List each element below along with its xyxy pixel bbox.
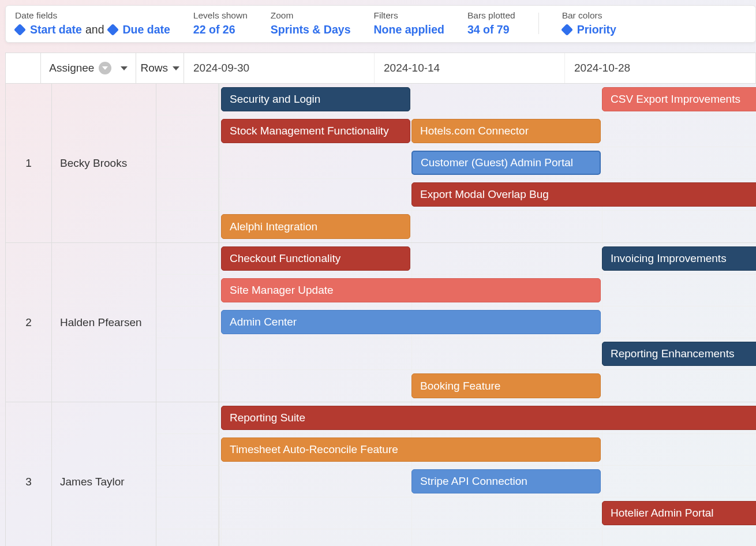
- assignee-cell: Halden Pfearsen: [52, 243, 156, 402]
- task-bar[interactable]: Stripe API Connection: [411, 469, 601, 493]
- task-bar[interactable]: Alelphi Integration: [221, 214, 410, 239]
- filters-control[interactable]: Filters None applied: [374, 10, 444, 36]
- lane: Alelphi Integration: [219, 211, 756, 242]
- assignee-group: 1Becky BrooksSecurity and LoginCSV Expor…: [6, 84, 756, 243]
- zoom-control[interactable]: Zoom Sprints & Days: [271, 10, 351, 36]
- rows-header[interactable]: Rows: [136, 53, 184, 83]
- bars-control[interactable]: Bars plotted 34 of 79: [467, 10, 515, 36]
- diamond-icon: [14, 24, 26, 36]
- date-fields-label: Date fields: [15, 10, 170, 21]
- lane: Reporting Suite: [219, 402, 756, 434]
- and-text: and: [85, 23, 104, 36]
- bar-colors-label: Bar colors: [562, 10, 616, 21]
- zoom-value[interactable]: Sprints & Days: [271, 23, 351, 36]
- rows-header-label: Rows: [140, 62, 168, 74]
- task-bar[interactable]: Timesheet Auto-Reconcile Feature: [221, 437, 601, 462]
- group-number: 3: [6, 402, 52, 546]
- filters-value[interactable]: None applied: [374, 23, 444, 36]
- bar-colors-control[interactable]: Bar colors Priority: [562, 10, 616, 36]
- task-bar[interactable]: Security and Login: [221, 87, 410, 111]
- levels-value[interactable]: 22 of 26: [193, 23, 248, 36]
- lanes: Security and LoginCSV Export Improvement…: [219, 84, 756, 242]
- assignee-header[interactable]: Assignee: [41, 53, 136, 83]
- task-bar[interactable]: Site Manager Update: [221, 278, 601, 302]
- lane: Admin Center: [219, 306, 756, 338]
- lane: Checkout FunctionalityInvoicing Improvem…: [219, 243, 756, 275]
- task-bar[interactable]: Reporting Suite: [221, 406, 756, 430]
- lane: Security and LoginCSV Export Improvement…: [219, 84, 756, 115]
- date-column-1: 2024-10-14: [375, 53, 565, 83]
- rows-body-col: [156, 243, 219, 402]
- task-bar[interactable]: Reporting Enhancements: [602, 342, 756, 366]
- task-bar[interactable]: Export Modal Overlap Bug: [411, 182, 756, 207]
- task-bar[interactable]: Booking Feature: [411, 373, 601, 398]
- bars-value[interactable]: 34 of 79: [467, 23, 515, 36]
- lanes: Reporting SuiteTimesheet Auto-Reconcile …: [219, 402, 756, 546]
- task-bar[interactable]: Checkout Functionality: [221, 246, 410, 271]
- date-column-2: 2024-10-28: [565, 53, 755, 83]
- task-bar[interactable]: CSV Export Improvements: [602, 87, 756, 111]
- lane: Reporting Enhancements: [219, 338, 756, 370]
- assignee-group: 2Halden PfearsenCheckout FunctionalityIn…: [6, 243, 756, 402]
- chevron-down-icon[interactable]: [121, 66, 128, 70]
- diamond-icon: [106, 24, 118, 36]
- zoom-label: Zoom: [271, 10, 351, 21]
- bar-colors-value[interactable]: Priority: [577, 23, 616, 36]
- lane: Booking Feature: [219, 370, 756, 402]
- lane: Customer (Guest) Admin Portal: [219, 147, 756, 179]
- levels-label: Levels shown: [193, 10, 248, 21]
- sort-icon[interactable]: [99, 62, 111, 74]
- task-bar[interactable]: Hotels.com Connector: [411, 119, 601, 143]
- lane: Site Manager Update: [219, 275, 756, 306]
- assignee-cell: James Taylor: [52, 402, 156, 546]
- group-number: 2: [6, 243, 52, 402]
- lane: [219, 529, 756, 546]
- task-bar[interactable]: Hotelier Admin Portal: [602, 501, 756, 525]
- divider: [538, 13, 539, 34]
- group-number: 1: [6, 84, 52, 242]
- chevron-down-icon[interactable]: [173, 66, 179, 70]
- rows-body-col: [156, 84, 219, 242]
- timeline-header: 2024-09-30 2024-10-14 2024-10-28: [184, 53, 755, 83]
- rows-body-col: [156, 402, 219, 546]
- number-header: [6, 53, 41, 83]
- assignee-header-label: Assignee: [49, 62, 94, 74]
- control-bar: Date fields Start date and Due date Leve…: [5, 5, 756, 43]
- task-bar[interactable]: Customer (Guest) Admin Portal: [411, 151, 601, 175]
- gantt-grid: Assignee Rows 2024-09-30 2024-10-14 2024…: [5, 53, 756, 546]
- date-fields-control[interactable]: Date fields Start date and Due date: [15, 10, 170, 36]
- lane: Timesheet Auto-Reconcile Feature: [219, 434, 756, 466]
- bars-label: Bars plotted: [467, 10, 515, 21]
- lane: Stripe API Connection: [219, 466, 756, 498]
- lane: Stock Management FunctionalityHotels.com…: [219, 115, 756, 147]
- lane: Hotelier Admin Portal: [219, 498, 756, 529]
- lanes: Checkout FunctionalityInvoicing Improvem…: [219, 243, 756, 402]
- task-bar[interactable]: Invoicing Improvements: [602, 246, 756, 271]
- due-date-link[interactable]: Due date: [123, 23, 170, 36]
- header-row: Assignee Rows 2024-09-30 2024-10-14 2024…: [5, 53, 756, 84]
- filters-label: Filters: [374, 10, 444, 21]
- assignee-group: 3James TaylorReporting SuiteTimesheet Au…: [6, 402, 756, 546]
- date-column-0: 2024-09-30: [184, 53, 375, 83]
- lane: Export Modal Overlap Bug: [219, 179, 756, 211]
- task-bar[interactable]: Stock Management Functionality: [221, 119, 410, 143]
- levels-control[interactable]: Levels shown 22 of 26: [193, 10, 248, 36]
- diamond-icon: [561, 24, 573, 36]
- grid-body: 1Becky BrooksSecurity and LoginCSV Expor…: [5, 84, 756, 546]
- task-bar[interactable]: Admin Center: [221, 310, 601, 334]
- assignee-cell: Becky Brooks: [52, 84, 156, 242]
- start-date-link[interactable]: Start date: [30, 23, 82, 36]
